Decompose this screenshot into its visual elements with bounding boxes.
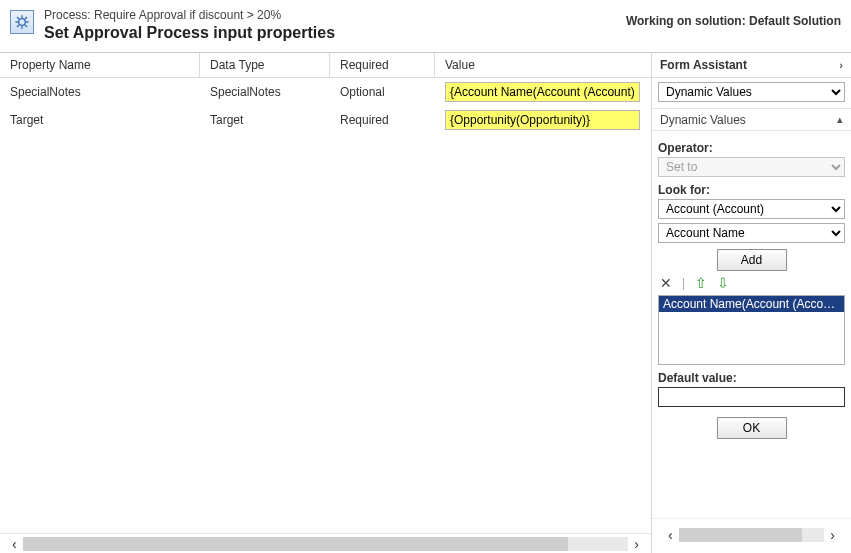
form-assistant-panel: Form Assistant › Dynamic Values Dynamic … [651, 52, 851, 553]
default-value-input[interactable] [658, 387, 845, 407]
operator-label: Operator: [658, 141, 845, 155]
process-breadcrumb: Process: Require Approval if discount > … [44, 8, 335, 22]
table-row[interactable]: Target Target Required [0, 106, 651, 134]
add-button[interactable]: Add [717, 249, 787, 271]
scroll-left-icon[interactable]: ‹ [12, 536, 17, 552]
chevron-right-icon[interactable]: › [839, 59, 843, 71]
scroll-track[interactable] [23, 537, 629, 551]
col-property-name: Property Name [0, 53, 200, 77]
lookfor-entity-select[interactable]: Account (Account) [658, 199, 845, 219]
properties-header: Property Name Data Type Required Value [0, 52, 651, 78]
col-required: Required [330, 53, 435, 77]
svg-line-5 [17, 17, 19, 19]
lookfor-attribute-select[interactable]: Account Name [658, 223, 845, 243]
cell-required: Required [330, 106, 435, 134]
dynamic-values-header[interactable]: Dynamic Values ▴ [652, 108, 851, 130]
col-value: Value [435, 53, 651, 77]
dynamic-values-title: Dynamic Values [660, 113, 746, 127]
operator-select: Set to [658, 157, 845, 177]
svg-line-6 [25, 25, 27, 27]
horizontal-scrollbar[interactable]: ‹ › [0, 533, 651, 553]
scroll-right-icon[interactable]: › [830, 527, 835, 543]
value-input[interactable] [445, 110, 640, 130]
ok-button[interactable]: OK [717, 417, 787, 439]
cell-required: Optional [330, 78, 435, 106]
default-value-label: Default value: [658, 371, 845, 385]
scroll-right-icon[interactable]: › [634, 536, 639, 552]
assistant-mode-select[interactable]: Dynamic Values [658, 82, 845, 102]
lookfor-label: Look for: [658, 183, 845, 197]
col-data-type: Data Type [200, 53, 330, 77]
list-item[interactable]: Account Name(Account (Account)) [659, 296, 844, 312]
svg-line-7 [17, 25, 19, 27]
value-input[interactable] [445, 82, 640, 102]
move-down-icon[interactable]: ⇩ [717, 275, 729, 291]
table-row[interactable]: SpecialNotes SpecialNotes Optional [0, 78, 651, 106]
header: Process: Require Approval if discount > … [0, 0, 851, 52]
form-assistant-title: Form Assistant [660, 58, 747, 72]
properties-panel: Property Name Data Type Required Value S… [0, 52, 651, 553]
solution-label: Working on solution: Default Solution [626, 14, 841, 28]
page-title: Set Approval Process input properties [44, 24, 335, 42]
scroll-track[interactable] [679, 528, 825, 542]
cell-property-name: Target [0, 106, 200, 134]
scroll-left-icon[interactable]: ‹ [668, 527, 673, 543]
form-assistant-header[interactable]: Form Assistant › [652, 52, 851, 78]
cell-property-name: SpecialNotes [0, 78, 200, 106]
selected-values-list[interactable]: Account Name(Account (Account)) [658, 295, 845, 365]
process-icon [10, 10, 34, 34]
side-horizontal-scrollbar[interactable]: ‹ › [658, 525, 845, 545]
svg-point-0 [19, 19, 26, 26]
separator: | [682, 276, 685, 290]
move-up-icon[interactable]: ⇧ [695, 275, 707, 291]
cell-data-type: Target [200, 106, 330, 134]
cell-data-type: SpecialNotes [200, 78, 330, 106]
svg-line-8 [25, 17, 27, 19]
delete-icon[interactable]: ✕ [660, 275, 672, 291]
chevron-up-icon[interactable]: ▴ [837, 113, 843, 126]
